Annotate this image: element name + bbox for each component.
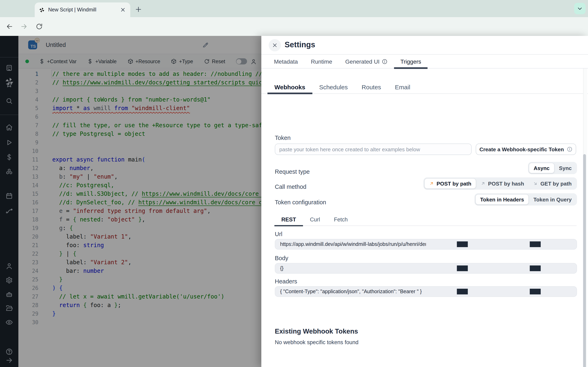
code-line[interactable]: 23 label: "Variant 2", <box>18 258 261 267</box>
line-number: 6 <box>18 113 38 121</box>
code-line[interactable]: 1// there are multiple modes to add as h… <box>18 70 261 78</box>
sidebar-home-icon[interactable] <box>0 124 18 131</box>
browser-tab[interactable]: New Script | Windmill <box>35 2 130 17</box>
code-line[interactable]: 13 b: "my" | "enum", <box>18 173 261 181</box>
body-label: Body <box>275 255 288 261</box>
toolbar-button-reset[interactable]: Reset <box>204 58 225 64</box>
code-line[interactable]: 28 return { foo: a }; <box>18 301 261 309</box>
scrollbar-thumb[interactable] <box>583 154 586 367</box>
code-line[interactable]: 29} <box>18 309 261 318</box>
sidebar-play-icon[interactable] <box>0 139 18 146</box>
option-token-in-query[interactable]: Token in Query <box>529 194 576 205</box>
sidebar-calendar-icon[interactable] <box>0 192 18 200</box>
token-input[interactable]: paste your token here once created to al… <box>275 143 472 155</box>
ai-toggle[interactable] <box>236 58 247 64</box>
code-line[interactable]: 14 //c: Postgresql, <box>18 181 261 190</box>
code-line[interactable]: 22 } | { <box>18 250 261 258</box>
code-line[interactable]: 19 g: { <box>18 224 261 233</box>
line-number: 13 <box>18 173 38 181</box>
code-line[interactable]: 8// type Postgresql = object <box>18 130 261 138</box>
code-line[interactable]: 10 <box>18 147 261 155</box>
script-title[interactable]: Untitled <box>46 42 66 48</box>
sidebar-eye-icon[interactable] <box>0 318 18 326</box>
sidebar-arrow-right-icon[interactable] <box>0 356 18 364</box>
forward-button[interactable] <box>20 23 28 30</box>
create-webhook-token-button[interactable]: Create a Webhook-specific Token <box>476 143 576 155</box>
token-label: Token <box>275 134 291 141</box>
trigger-tab-routes[interactable]: Routes <box>355 80 388 94</box>
toolbar-button-type[interactable]: +Type <box>171 58 193 64</box>
code-line[interactable]: 16 //d: DynSelect_foo, // https://www.wi… <box>18 198 261 207</box>
code-line[interactable]: 18 f = { nested: "object" }, <box>18 215 261 224</box>
sidebar-gear-icon[interactable] <box>0 276 18 284</box>
code-line[interactable]: 4// import { toWords } from "number-to-w… <box>18 95 261 104</box>
code-line[interactable]: 15 //d: wmill.S3Object, // https://www.w… <box>18 190 261 198</box>
tab-metadata[interactable]: Metadata <box>268 54 304 68</box>
edit-title-pencil-icon[interactable] <box>202 42 209 48</box>
body-field[interactable]: {} <box>275 263 577 274</box>
sidebar-star-icon[interactable] <box>0 81 18 89</box>
copy-icon[interactable] <box>426 266 572 271</box>
code-line[interactable]: 24 bar: number <box>18 267 261 275</box>
sidebar-question-icon[interactable] <box>0 348 18 356</box>
code-line[interactable]: 3 <box>18 87 261 95</box>
option-async[interactable]: Async <box>529 163 554 173</box>
code-line[interactable]: 7// fill the type, or use the +Resource … <box>18 121 261 130</box>
option-token-in-headers[interactable]: Token in Headers <box>475 194 529 205</box>
settings-panel: Settings MetadataRuntimeGenerated UITrig… <box>261 36 588 367</box>
example-tab-fetch[interactable]: Fetch <box>327 213 355 226</box>
option-get-by-path[interactable]: GET by path <box>528 178 576 189</box>
tab-close-icon[interactable] <box>120 7 126 13</box>
code-line[interactable]: 11export async function main( <box>18 155 261 164</box>
sidebar-building-icon[interactable] <box>0 64 18 72</box>
toolbar-button-resource[interactable]: +Resource <box>127 58 160 64</box>
code-line[interactable]: 25 } <box>18 275 261 284</box>
tab-runtime[interactable]: Runtime <box>304 54 339 68</box>
sidebar-cubes-icon[interactable] <box>0 168 18 176</box>
toolbar-button-variable[interactable]: +Variable <box>87 58 117 64</box>
code-line[interactable]: 27 // let x = await wmill.getVariable('u… <box>18 292 261 301</box>
existing-tokens-title: Existing Webhook Tokens <box>275 327 358 335</box>
new-tab-button[interactable] <box>135 6 142 13</box>
option-post-by-hash[interactable]: POST by hash <box>476 178 528 189</box>
code-line[interactable]: 26) { <box>18 284 261 292</box>
sidebar-robot-icon[interactable] <box>0 291 18 299</box>
dollar-icon <box>39 58 45 64</box>
browser-collapse-button[interactable] <box>574 3 586 14</box>
example-tab-rest[interactable]: REST <box>274 213 303 226</box>
trigger-tab-email[interactable]: Email <box>388 80 417 94</box>
tab-generated-ui[interactable]: Generated UI <box>339 54 394 68</box>
sidebar-search-icon[interactable] <box>0 97 18 105</box>
line-number: 29 <box>18 309 38 318</box>
sidebar-route-icon[interactable] <box>0 207 18 215</box>
option-post-by-path[interactable]: POST by path <box>424 178 476 189</box>
code-line[interactable]: 5import * as wmill from "windmill-client… <box>18 104 261 113</box>
code-line[interactable]: 6 <box>18 113 261 121</box>
trigger-tab-schedules[interactable]: Schedules <box>312 80 355 94</box>
sidebar-person-icon[interactable] <box>0 262 18 270</box>
tab-triggers[interactable]: Triggers <box>394 54 428 68</box>
code-line[interactable]: 21 foo: string <box>18 241 261 250</box>
toolbar-button-contextvar[interactable]: +Context Var <box>39 58 77 64</box>
url-field[interactable]: https://app.windmill.dev/api/w/windmill-… <box>275 239 577 250</box>
code-line[interactable]: 12 a: number, <box>18 164 261 173</box>
code-editor[interactable]: 1// there are multiple modes to add as h… <box>18 69 261 367</box>
code-line[interactable]: 9 <box>18 138 261 147</box>
option-sync[interactable]: Sync <box>554 163 576 173</box>
back-button[interactable] <box>6 23 13 30</box>
code-line[interactable]: 17 e = "inferred type string from defaul… <box>18 207 261 215</box>
line-number: 5 <box>18 104 38 113</box>
example-tab-curl[interactable]: Curl <box>303 213 327 226</box>
close-settings-button[interactable] <box>269 39 281 51</box>
trigger-tab-webhooks[interactable]: Webhooks <box>268 80 312 94</box>
code-line[interactable]: 30 <box>18 318 261 327</box>
code-line[interactable]: 20 label: "Variant 1", <box>18 233 261 241</box>
copy-icon[interactable] <box>426 289 572 294</box>
code-line[interactable]: 2// https://www.windmill.dev/docs/gettin… <box>18 78 261 87</box>
reload-button[interactable] <box>35 23 43 30</box>
sidebar-folder-icon[interactable] <box>0 304 18 312</box>
headers-field[interactable]: { "Content-Type": "application/json", "A… <box>275 286 577 297</box>
line-number: 27 <box>18 292 38 301</box>
sidebar-dollar-icon[interactable] <box>0 153 18 161</box>
copy-icon[interactable] <box>426 242 572 247</box>
